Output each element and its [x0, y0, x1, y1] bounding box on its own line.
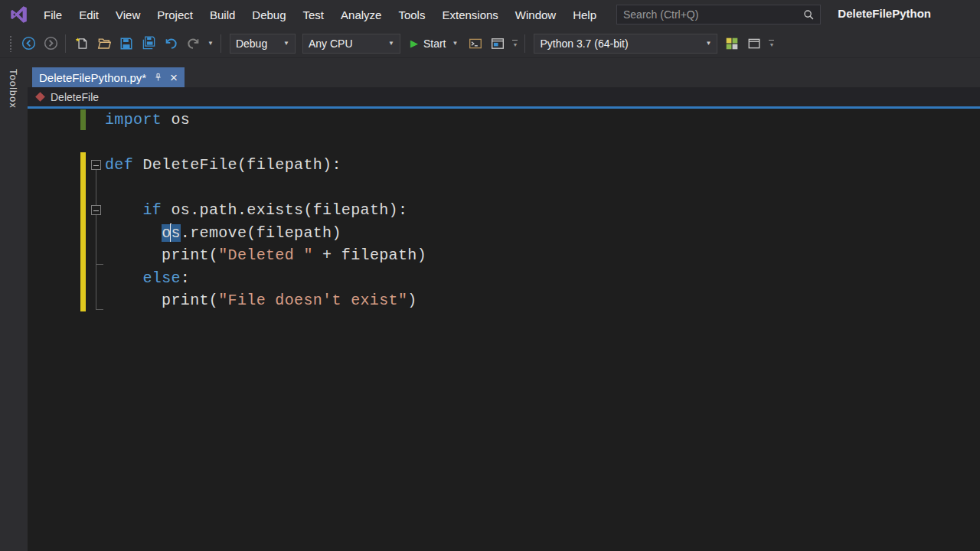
menu-item-project[interactable]: Project: [149, 0, 201, 29]
menu-item-view[interactable]: View: [107, 0, 149, 29]
visual-studio-logo-icon: [8, 4, 29, 25]
code-line[interactable]: print("Deleted " + filepath): [105, 244, 980, 267]
code-line[interactable]: print("File doesn't exist"): [105, 289, 980, 312]
code-line[interactable]: import os: [105, 109, 980, 132]
menu-item-file[interactable]: File: [35, 0, 70, 29]
code-line[interactable]: def DeleteFile(filepath):: [105, 154, 980, 177]
start-debugging-button[interactable]: ▶ Start ▼: [407, 34, 462, 54]
visual-studio-window: FileEditViewProjectBuildDebugTestAnalyze…: [0, 0, 980, 551]
toolbar-overflow-icon[interactable]: ▼: [769, 40, 774, 47]
menu-item-analyze[interactable]: Analyze: [332, 0, 390, 29]
menu-item-extensions[interactable]: Extensions: [433, 0, 506, 29]
outline-region-end-tick: [96, 309, 103, 310]
python-environment-dropdown[interactable]: Python 3.7 (64-bit) ▼: [534, 34, 717, 54]
search-icon[interactable]: [801, 7, 816, 22]
code-token: "File doesn't exist": [218, 292, 407, 309]
toolbar-overflow-icon[interactable]: ▼: [512, 40, 518, 47]
interactive-window-icon[interactable]: [490, 36, 505, 51]
menu-item-build[interactable]: Build: [201, 0, 243, 29]
python-environment-value: Python 3.7 (64-bit): [540, 37, 628, 50]
start-label: Start: [423, 37, 446, 50]
navbar-member: DeleteFile: [51, 91, 99, 103]
save-icon[interactable]: [119, 36, 134, 51]
toolbox-tab[interactable]: Toolbox: [8, 69, 19, 109]
close-tab-icon[interactable]: ×: [170, 71, 178, 84]
debug-target-value: Debug: [236, 37, 267, 50]
code-editor[interactable]: import osdef DeleteFile(filepath): if os…: [28, 109, 980, 551]
chevron-down-icon: ▼: [388, 40, 394, 47]
redo-icon[interactable]: [185, 36, 201, 51]
code-token: def: [105, 156, 133, 174]
code-token: print(: [105, 292, 218, 309]
menu-bar: FileEditViewProjectBuildDebugTestAnalyze…: [0, 0, 980, 29]
new-file-icon[interactable]: [74, 36, 90, 51]
toolbar-grip[interactable]: [9, 35, 12, 52]
environment-grid-icon[interactable]: [724, 36, 740, 51]
undo-icon[interactable]: [163, 36, 178, 51]
search-input[interactable]: [617, 5, 801, 24]
code-line[interactable]: if os.path.exists(filepath):: [105, 199, 980, 222]
code-token: else: [142, 269, 180, 287]
play-icon: ▶: [410, 38, 418, 48]
code-line[interactable]: else:: [105, 267, 980, 290]
chevron-down-icon: ▼: [283, 40, 289, 47]
change-bar-saved: [80, 109, 86, 130]
code-token: os: [162, 111, 190, 129]
menu-bar-items: FileEditViewProjectBuildDebugTestAnalyze…: [35, 0, 605, 29]
change-bar-unsaved: [80, 152, 86, 311]
console-window-icon[interactable]: [468, 36, 483, 51]
search-box[interactable]: [616, 5, 821, 24]
code-token: DeleteFile(filepath):: [133, 156, 341, 174]
menu-item-edit[interactable]: Edit: [70, 0, 107, 29]
save-all-icon[interactable]: [141, 36, 156, 51]
code-token: .remove(filepath): [181, 224, 341, 242]
chevron-down-icon: ▼: [706, 40, 712, 47]
toolbar-separator: [220, 34, 221, 53]
toolbar-separator: [524, 34, 525, 53]
code-token: "Deleted ": [218, 246, 313, 264]
code-line[interactable]: os.remove(filepath): [105, 222, 980, 245]
toolbox-rail: Toolbox: [0, 58, 28, 551]
code-token: [105, 224, 162, 242]
start-options-chevron-icon[interactable]: ▼: [452, 41, 459, 47]
pin-tab-icon[interactable]: [153, 73, 163, 83]
code-token: import: [105, 111, 162, 129]
code-token: [105, 201, 142, 219]
tab-deletefilepython[interactable]: DeleteFilePython.py* ×: [32, 67, 185, 87]
navigate-back-icon[interactable]: [21, 36, 36, 51]
code-token: + filepath): [313, 246, 426, 264]
menu-item-test[interactable]: Test: [295, 0, 333, 29]
platform-dropdown[interactable]: Any CPU ▼: [302, 34, 400, 54]
menu-item-window[interactable]: Window: [507, 0, 564, 29]
code-lines: import osdef DeleteFile(filepath): if os…: [105, 109, 980, 312]
collapse-toggle-if[interactable]: [91, 205, 101, 215]
code-token: print(: [105, 246, 218, 264]
code-token: ): [407, 292, 416, 309]
code-token: os.path.exists(filepath):: [162, 201, 407, 219]
code-token: [105, 269, 142, 287]
collapse-toggle-def[interactable]: [91, 160, 101, 170]
outline-guide-line: [96, 170, 96, 309]
code-token: if: [142, 201, 162, 219]
code-token: :: [181, 269, 190, 287]
new-window-icon[interactable]: [746, 36, 762, 51]
toolbar-separator: [65, 34, 66, 53]
standard-toolbar: ▼ Debug ▼ Any CPU ▼ ▶ Start ▼ ▼ Python 3…: [0, 29, 980, 58]
tab-strip: DeleteFilePython.py* ×: [28, 58, 980, 87]
window-title: DeleteFilePython: [838, 7, 931, 20]
platform-value: Any CPU: [309, 37, 353, 50]
menu-item-debug[interactable]: Debug: [243, 0, 294, 29]
code-line[interactable]: [105, 132, 980, 155]
menu-item-tools[interactable]: Tools: [390, 0, 433, 29]
menu-item-help[interactable]: Help: [564, 0, 605, 29]
code-line[interactable]: [105, 177, 980, 200]
tab-title: DeleteFilePython.py*: [39, 71, 146, 84]
member-icon: [35, 92, 45, 102]
navigation-bar[interactable]: DeleteFile: [28, 87, 980, 106]
navigate-forward-icon[interactable]: [43, 36, 58, 51]
code-token: s: [171, 224, 180, 242]
redo-history-chevron-icon[interactable]: ▼: [207, 41, 214, 47]
outline-region-end-tick: [96, 264, 103, 265]
open-file-icon[interactable]: [96, 36, 112, 51]
debug-target-dropdown[interactable]: Debug ▼: [230, 34, 296, 54]
